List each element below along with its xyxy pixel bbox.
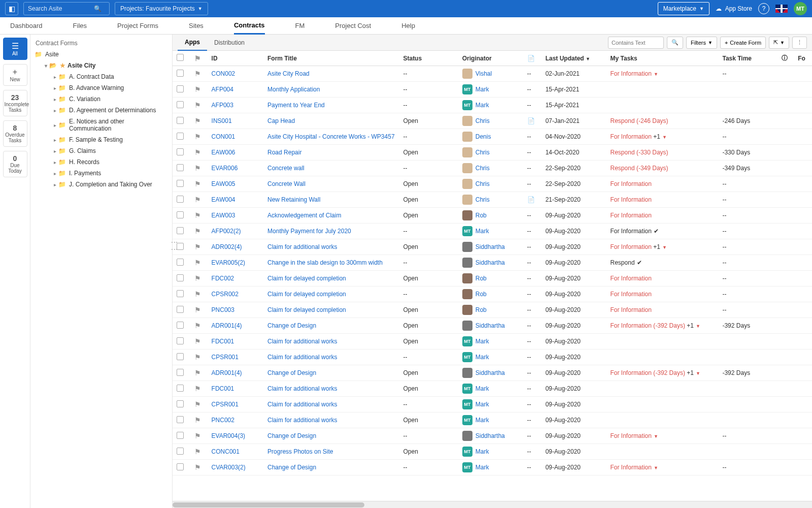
row-checkbox[interactable] (177, 416, 184, 423)
row-checkbox[interactable] (177, 337, 184, 344)
table-scroll[interactable]: ⚑IDForm TitleStatusOriginator📄Last Updat… (173, 51, 812, 501)
column-header[interactable]: My Tasks (606, 51, 719, 66)
form-title-link[interactable]: Change in the slab design to 300mm width (267, 259, 383, 266)
marketplace-button[interactable]: Marketplace ▼ (658, 2, 709, 15)
originator[interactable]: Denis (462, 132, 519, 142)
flag-icon[interactable]: ⚑ (194, 274, 201, 282)
flag-icon[interactable]: ⚑ (194, 385, 201, 393)
nav-tab-sites[interactable]: Sites (189, 18, 204, 34)
global-search[interactable]: 🔍 (23, 2, 110, 15)
form-title-link[interactable]: Asite City Hospital - Concrete Works - W… (267, 133, 395, 140)
nav-tab-help[interactable]: Help (401, 18, 415, 34)
form-id-link[interactable]: EVAR005(2) (212, 259, 245, 266)
export-button[interactable]: ⇱ ▼ (769, 37, 789, 49)
originator[interactable]: Chris (462, 179, 519, 189)
row-checkbox[interactable] (177, 85, 184, 92)
row-checkbox[interactable] (177, 180, 184, 187)
form-id-link[interactable]: CON002 (212, 70, 235, 77)
chevron-down-icon[interactable]: ▼ (662, 135, 667, 140)
form-id-link[interactable]: CPSR001 (212, 401, 239, 408)
table-row[interactable]: ⚑EAW006Road RepairOpenChris--14-Oct-2020… (173, 145, 812, 161)
originator[interactable]: Siddhartha (462, 258, 519, 268)
originator[interactable]: Rob (462, 273, 519, 283)
row-checkbox[interactable] (177, 227, 184, 234)
tree-node[interactable]: ▸📁I. Payments (51, 168, 170, 179)
table-row[interactable]: ⚑EAW005Concrete WallOpenChris--22-Sep-20… (173, 176, 812, 192)
more-button[interactable]: ⋮ (792, 37, 807, 49)
form-title-link[interactable]: Asite City Road (267, 70, 310, 77)
form-id-link[interactable]: FDC001 (212, 385, 234, 392)
form-id-link[interactable]: FDC001 (212, 338, 234, 345)
document-icon[interactable]: 📄 (527, 117, 535, 124)
rail-item-new[interactable]: +New (3, 64, 27, 86)
form-title-link[interactable]: Monthly Payment for July 2020 (267, 228, 351, 235)
row-checkbox[interactable] (177, 463, 184, 470)
column-header[interactable]: Task Time (718, 51, 777, 66)
form-title-link[interactable]: Claim for delayed completion (267, 306, 346, 313)
form-id-link[interactable]: ADR001(4) (212, 369, 242, 376)
table-row[interactable]: ⚑EVAR006Concrete wall--Chris--22-Sep-202… (173, 161, 812, 176)
tree-node[interactable]: ▸📁J. Completion and Taking Over (51, 179, 170, 190)
flag-icon[interactable]: ⚑ (194, 133, 201, 141)
table-row[interactable]: ⚑CVAR003(2)Change of Design--MTMark--09-… (173, 460, 812, 475)
originator[interactable]: Siddhartha (462, 368, 519, 378)
document-icon[interactable]: 📄 (527, 196, 535, 203)
originator[interactable]: MTMark (462, 447, 519, 457)
flag-icon[interactable]: ⚑ (194, 353, 201, 361)
tree-node[interactable]: ▸📁C. Variation (51, 93, 170, 105)
form-id-link[interactable]: EAW005 (212, 180, 235, 187)
tree-node[interactable]: ▸📁H. Records (51, 156, 170, 168)
column-header[interactable]: ⓘ (777, 51, 794, 66)
form-title-link[interactable]: Claim for additional works (267, 417, 337, 424)
form-id-link[interactable]: AFP004 (212, 86, 233, 93)
form-title-link[interactable]: Change of Design (267, 369, 316, 376)
originator[interactable]: Chris (462, 116, 519, 126)
project-selector[interactable]: Projects: Favourite Projects ▼ (115, 2, 208, 15)
flag-icon[interactable]: ⚑ (194, 85, 201, 93)
form-title-link[interactable]: Monthly Application (267, 86, 320, 93)
chevron-down-icon[interactable]: ▼ (654, 465, 658, 470)
table-row[interactable]: ⚑CPSR002Claim for delayed completion--Ro… (173, 287, 812, 302)
form-id-link[interactable]: EVAR006 (212, 165, 238, 172)
row-checkbox[interactable] (177, 448, 184, 455)
nav-tab-contracts[interactable]: Contracts (234, 17, 265, 35)
column-header[interactable]: 📄 (523, 51, 542, 66)
flag-icon[interactable]: ⚑ (194, 306, 201, 314)
tree-node[interactable]: ▸📁E. Notices and other Communication (51, 116, 170, 134)
flag-icon[interactable]: ⚑ (194, 117, 201, 125)
form-title-link[interactable]: Claim for additional works (267, 401, 337, 408)
flag-icon[interactable]: ⚑ (194, 448, 201, 456)
originator[interactable]: MTMark (462, 336, 519, 346)
row-checkbox[interactable] (177, 133, 184, 140)
create-form-button[interactable]: + Create Form (720, 37, 766, 49)
select-all-checkbox[interactable] (177, 54, 184, 61)
tree-node[interactable]: ▸📁B. Advance Warning (51, 82, 170, 93)
flag-icon[interactable]: ⚑ (194, 259, 201, 267)
user-avatar[interactable]: MT (794, 2, 807, 15)
nav-tab-project-cost[interactable]: Project Cost (335, 18, 371, 34)
form-id-link[interactable]: ADR002(4) (212, 243, 242, 250)
flag-icon[interactable]: ⚑ (194, 416, 201, 424)
table-row[interactable]: ⚑CON002Asite City Road--Vishal--02-Jun-2… (173, 66, 812, 82)
row-checkbox[interactable] (177, 306, 184, 313)
nav-tab-dashboard[interactable]: Dashboard (10, 18, 43, 34)
flag-icon[interactable]: ⚑ (194, 180, 201, 188)
chevron-down-icon[interactable]: ▼ (696, 371, 700, 376)
nav-tab-fm[interactable]: FM (295, 18, 305, 34)
flag-icon[interactable]: ⚑ (194, 196, 201, 204)
form-title-link[interactable]: Claim for additional works (267, 354, 337, 361)
search-icon[interactable]: 🔍 (94, 5, 101, 12)
row-checkbox[interactable] (177, 70, 184, 77)
table-row[interactable]: ⚑CPSR001Claim for additional works--MTMa… (173, 350, 812, 365)
form-title-link[interactable]: Acknowledgement of Claim (267, 212, 341, 219)
rail-item-all[interactable]: ☰All (3, 38, 27, 60)
flag-icon[interactable]: ⚑ (194, 211, 201, 219)
chevron-down-icon[interactable]: ▼ (662, 245, 667, 250)
column-header[interactable]: Last Updated ▼ (542, 51, 606, 66)
originator[interactable]: Chris (462, 163, 519, 173)
app-store-button[interactable]: App Store (716, 5, 752, 12)
form-id-link[interactable]: CPSR002 (212, 291, 239, 298)
form-id-link[interactable]: EAW004 (212, 196, 235, 203)
flag-icon[interactable]: ⚑ (194, 432, 201, 440)
row-checkbox[interactable] (177, 290, 184, 297)
